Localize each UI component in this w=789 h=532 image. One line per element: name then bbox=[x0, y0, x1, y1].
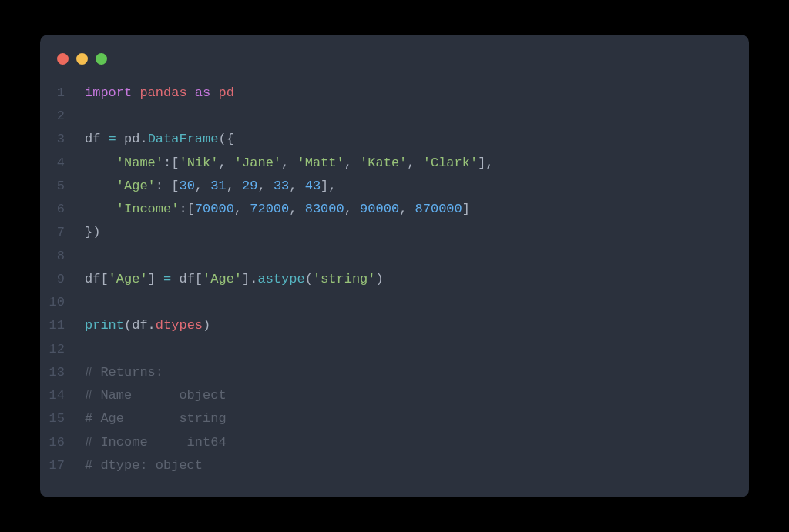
token-id: ] bbox=[148, 272, 163, 286]
code-line: 6 'Income':[70000, 72000, 83000, 90000, … bbox=[40, 198, 732, 221]
line-content: # Income int64 bbox=[85, 431, 227, 454]
line-content: # dtype: object bbox=[85, 454, 203, 477]
line-number: 6 bbox=[40, 198, 85, 221]
token-kw: import bbox=[85, 85, 132, 100]
token-id: , bbox=[289, 202, 304, 216]
code-line: 1import pandas as pd bbox=[40, 82, 732, 105]
token-fn: print bbox=[85, 318, 124, 333]
token-cmt: # Income int64 bbox=[85, 435, 227, 450]
line-number: 10 bbox=[40, 291, 85, 314]
line-number: 9 bbox=[40, 268, 85, 291]
token-id: , bbox=[218, 156, 233, 170]
code-line: 3df = pd.DataFrame({ bbox=[40, 128, 732, 151]
token-id: df[ bbox=[85, 272, 109, 286]
token-str: 'Clark' bbox=[423, 156, 478, 170]
token-str: 'Name' bbox=[116, 156, 163, 170]
token-kw: as bbox=[195, 85, 210, 100]
line-content: 'Age': [30, 31, 29, 33, 43], bbox=[85, 175, 337, 198]
code-line: 5 'Age': [30, 31, 29, 33, 43], bbox=[40, 175, 732, 198]
line-number: 13 bbox=[40, 361, 85, 384]
token-num: 33 bbox=[274, 179, 289, 193]
token-str: 'string' bbox=[313, 272, 376, 286]
token-cmt: # dtype: object bbox=[85, 458, 203, 473]
token-id: , bbox=[407, 156, 422, 170]
line-content: df['Age'] = df['Age'].astype('string') bbox=[85, 268, 384, 291]
code-line: 13# Returns: bbox=[40, 361, 732, 384]
code-line: 4 'Name':['Nik', 'Jane', 'Matt', 'Kate',… bbox=[40, 152, 732, 175]
token-id: ] bbox=[462, 202, 470, 216]
token-num: 90000 bbox=[360, 202, 399, 216]
line-content: }) bbox=[85, 221, 100, 244]
token-cmt: # Name object bbox=[85, 388, 227, 403]
line-number: 8 bbox=[40, 245, 85, 268]
token-id bbox=[210, 85, 218, 100]
token-id: , bbox=[227, 179, 242, 193]
code-line: 2 bbox=[40, 105, 732, 128]
token-id: , bbox=[344, 202, 360, 216]
token-cmt: # Returns: bbox=[85, 365, 163, 380]
token-str: 'Matt' bbox=[297, 156, 344, 170]
line-content: 'Income':[70000, 72000, 83000, 90000, 87… bbox=[85, 198, 470, 221]
token-id: (df. bbox=[124, 318, 156, 333]
token-id: , bbox=[344, 156, 360, 170]
code-line: 16# Income int64 bbox=[40, 431, 732, 454]
window-titlebar bbox=[40, 50, 749, 82]
line-content: 'Name':['Nik', 'Jane', 'Matt', 'Kate', '… bbox=[85, 152, 494, 175]
line-number: 15 bbox=[40, 407, 85, 430]
code-line: 9df['Age'] = df['Age'].astype('string') bbox=[40, 268, 732, 291]
token-num: 70000 bbox=[195, 202, 234, 216]
token-id: df bbox=[85, 132, 109, 146]
token-num: 83000 bbox=[305, 202, 344, 216]
line-number: 16 bbox=[40, 431, 85, 454]
token-id: ) bbox=[203, 318, 210, 333]
line-number: 5 bbox=[40, 175, 85, 198]
code-line: 14# Name object bbox=[40, 384, 732, 407]
line-number: 1 bbox=[40, 82, 85, 105]
token-fn: DataFrame bbox=[148, 132, 219, 146]
line-content: # Returns: bbox=[85, 361, 163, 384]
line-number: 4 bbox=[40, 152, 85, 175]
line-content: print(df.dtypes) bbox=[85, 314, 210, 337]
token-num: 870000 bbox=[415, 202, 462, 216]
line-content: import pandas as pd bbox=[85, 82, 234, 105]
token-mod: pandas bbox=[139, 85, 186, 100]
line-content: df = pd.DataFrame({ bbox=[85, 128, 234, 151]
token-str: 'Age' bbox=[109, 272, 148, 286]
token-num: 43 bbox=[305, 179, 321, 193]
token-cmt: # Age string bbox=[85, 411, 227, 426]
token-id: ], bbox=[321, 179, 336, 193]
minimize-icon[interactable] bbox=[76, 53, 88, 65]
token-id bbox=[187, 85, 195, 100]
line-number: 7 bbox=[40, 221, 85, 244]
token-str: 'Jane' bbox=[234, 156, 281, 170]
token-id: ( bbox=[305, 272, 313, 286]
token-id bbox=[85, 179, 116, 193]
token-num: 30 bbox=[179, 179, 194, 193]
token-id: , bbox=[289, 179, 304, 193]
token-id: }) bbox=[85, 225, 100, 239]
token-num: 29 bbox=[242, 179, 257, 193]
token-id: , bbox=[195, 179, 210, 193]
line-number: 3 bbox=[40, 128, 85, 151]
token-num: 31 bbox=[210, 179, 226, 193]
line-number: 14 bbox=[40, 384, 85, 407]
token-id: , bbox=[399, 202, 415, 216]
token-str: 'Income' bbox=[116, 202, 180, 216]
token-id bbox=[132, 85, 139, 100]
token-id: ({ bbox=[218, 132, 233, 146]
line-number: 11 bbox=[40, 314, 85, 337]
token-id: : [ bbox=[156, 179, 180, 193]
close-icon[interactable] bbox=[57, 53, 69, 65]
token-str: 'Age' bbox=[116, 179, 156, 193]
zoom-icon[interactable] bbox=[96, 53, 107, 65]
token-id: pd. bbox=[116, 132, 148, 146]
token-op: = bbox=[109, 132, 116, 146]
code-block: 1import pandas as pd23df = pd.DataFrame(… bbox=[40, 82, 749, 477]
code-window: 1import pandas as pd23df = pd.DataFrame(… bbox=[40, 35, 749, 497]
code-line: 10 bbox=[40, 291, 732, 314]
token-id: ]. bbox=[242, 272, 257, 286]
line-content: # Name object bbox=[85, 384, 227, 407]
token-id: :[ bbox=[163, 156, 179, 170]
token-str: 'Nik' bbox=[179, 156, 218, 170]
token-id bbox=[85, 202, 116, 216]
